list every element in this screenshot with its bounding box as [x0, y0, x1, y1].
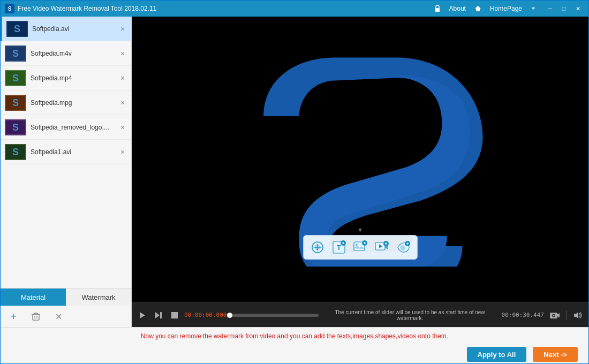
bottom-area: Now you can remove the watermark from vi… [1, 327, 588, 364]
video-info-text: The current time of slider will be used … [322, 309, 499, 321]
tabs-row: Material Watermark [1, 289, 131, 306]
file-item[interactable]: SSoftpedia1.avi× [1, 140, 131, 164]
add-file-button[interactable]: + [5, 309, 22, 324]
file-item[interactable]: SSoftpedia.mpg× [1, 90, 131, 115]
about-link[interactable]: About [446, 4, 469, 13]
file-name: Softpedia_removed_logo.... [31, 124, 118, 131]
tab-material[interactable]: Material [1, 289, 66, 306]
homepage-link[interactable]: HomePage [487, 4, 525, 13]
lock-icon[interactable] [431, 4, 444, 13]
file-name: Softpedia1.avi [31, 148, 118, 156]
apply-to-all-button[interactable]: Apply to All [467, 347, 527, 362]
home-icon[interactable] [471, 4, 485, 13]
button-row: Apply to All Next -> [1, 344, 588, 364]
file-list: SSoftpedia.avi×SSoftpedia.m4v×SSoftpedia… [1, 17, 131, 288]
watermark-toolbar: ▾ T [303, 235, 418, 260]
add-text-button[interactable]: T [329, 238, 349, 257]
file-name: Softpedia.avi [32, 25, 118, 33]
titlebar: S Free Video Watermark Removal Tool 2018… [1, 1, 588, 17]
video-frame [232, 52, 489, 267]
time-start: 00:00:00.000 [184, 312, 226, 318]
file-name: Softpedia.mpg [31, 99, 118, 107]
content-area: ▾ T [132, 17, 588, 327]
svg-marker-49 [574, 312, 578, 318]
svg-text:S: S [12, 97, 19, 108]
app-title: Free Video Watermark Removal Tool 2018.0… [18, 5, 431, 12]
svg-rect-43 [160, 312, 162, 318]
file-name: Softpedia.mp4 [31, 74, 118, 82]
file-thumbnail: S [5, 95, 26, 111]
video-controls: 00:00:00.000 The current time of slider … [132, 302, 588, 327]
svg-point-48 [553, 315, 555, 316]
time-end: 00:00:30.447 [502, 312, 544, 318]
restore-button[interactable]: □ [557, 3, 570, 14]
left-panel: SSoftpedia.avi×SSoftpedia.m4v×SSoftpedia… [1, 17, 132, 327]
step-forward-button[interactable] [152, 309, 165, 322]
file-close-button[interactable]: × [118, 74, 127, 82]
dropdown-icon[interactable] [527, 5, 539, 12]
file-thumbnail: S [5, 46, 26, 62]
file-item[interactable]: SSoftpedia.m4v× [1, 41, 131, 66]
file-thumbnail: S [5, 119, 26, 135]
file-thumbnail: S [5, 144, 26, 160]
minimize-button[interactable]: ─ [543, 3, 556, 14]
hint-text: Now you can remove the watermark from vi… [141, 332, 448, 340]
file-name: Softpedia.m4v [31, 50, 118, 57]
svg-text:S: S [12, 73, 19, 84]
app-icon: S [5, 4, 14, 13]
play-button[interactable] [136, 309, 149, 322]
svg-text:S: S [14, 24, 20, 34]
progress-bar[interactable] [230, 314, 318, 317]
file-item[interactable]: SSoftpedia.mp4× [1, 66, 131, 90]
nav-links: About HomePage [431, 4, 539, 13]
svg-marker-46 [557, 313, 560, 317]
svg-text:S: S [12, 122, 19, 133]
left-bottom: Material Watermark + ✕ [1, 288, 131, 327]
stop-button[interactable] [168, 309, 181, 322]
add-video-button[interactable] [372, 238, 391, 257]
svg-marker-42 [155, 312, 160, 318]
close-button[interactable]: ✕ [571, 3, 584, 14]
file-thumbnail: S [6, 21, 28, 37]
action-row: + ✕ [1, 306, 131, 327]
file-item[interactable]: SSoftpedia_removed_logo....× [1, 115, 131, 140]
file-item[interactable]: SSoftpedia.avi× [1, 17, 131, 41]
video-canvas[interactable]: ▾ T [132, 17, 588, 302]
file-close-button[interactable]: × [118, 148, 127, 156]
file-close-button[interactable]: × [118, 98, 127, 107]
file-close-button[interactable]: × [118, 49, 127, 58]
svg-rect-44 [171, 312, 178, 318]
svg-point-28 [356, 244, 358, 246]
svg-marker-41 [140, 312, 145, 318]
hint-row: Now you can remove the watermark from vi… [1, 328, 588, 344]
file-close-button[interactable]: × [118, 25, 127, 33]
svg-text:S: S [12, 48, 19, 59]
svg-text:S: S [8, 6, 12, 12]
window-controls: ─ □ ✕ [543, 3, 584, 14]
progress-thumb[interactable] [227, 313, 232, 318]
tab-watermark[interactable]: Watermark [66, 289, 131, 306]
cancel-button[interactable]: ✕ [50, 309, 67, 324]
add-image-button[interactable] [351, 238, 370, 257]
volume-button[interactable] [571, 309, 584, 322]
file-thumbnail: S [5, 70, 26, 86]
camera-button[interactable] [547, 309, 562, 322]
add-blur-button[interactable] [394, 238, 413, 257]
svg-rect-2 [435, 8, 440, 12]
file-close-button[interactable]: × [118, 123, 127, 132]
next-button[interactable]: Next -> [533, 347, 578, 362]
add-shape-button[interactable] [308, 238, 327, 257]
svg-text:S: S [12, 147, 19, 157]
delete-file-button[interactable] [27, 309, 44, 324]
svg-text:T: T [337, 244, 341, 252]
svg-rect-15 [33, 314, 39, 320]
